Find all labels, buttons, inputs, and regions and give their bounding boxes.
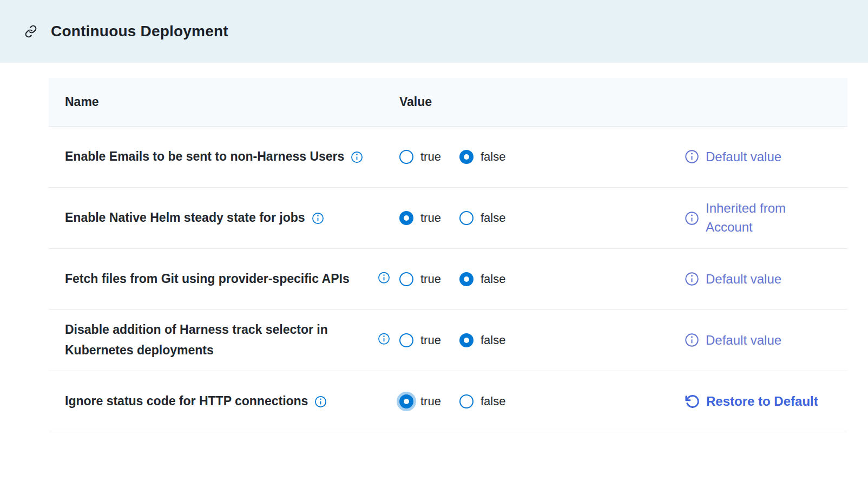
column-header-name: Name — [49, 95, 399, 109]
table-row: Enable Native Helm steady state for jobs… — [49, 188, 847, 249]
info-icon — [685, 211, 699, 226]
radio-option-true[interactable]: true — [399, 150, 441, 164]
status-badge: Default value — [706, 270, 781, 289]
page-title: Continuous Deployment — [51, 23, 228, 40]
column-header-value: Value — [399, 95, 668, 109]
section-header: Continuous Deployment — [0, 0, 868, 63]
radio-false-label: false — [481, 272, 505, 286]
radio-true-label: true — [420, 150, 441, 164]
table-row: Disable addition of Harness track select… — [49, 310, 847, 371]
radio-false-label: false — [481, 394, 505, 408]
status-badge: Default value — [706, 148, 781, 167]
radio-true[interactable] — [399, 272, 413, 286]
settings-page: Continuous Deployment Name Value Enable … — [0, 0, 868, 501]
restore-to-default-button[interactable]: Restore to Default — [668, 392, 847, 411]
info-icon[interactable] — [314, 395, 327, 408]
radio-true-label: true — [420, 272, 441, 286]
radio-false[interactable] — [459, 272, 474, 286]
link-icon[interactable] — [24, 24, 38, 38]
radio-false-label: false — [481, 333, 505, 347]
restore-icon — [685, 394, 700, 409]
info-icon — [685, 272, 699, 286]
radio-false[interactable] — [459, 333, 474, 347]
radio-true-label: true — [420, 211, 441, 225]
restore-label: Restore to Default — [706, 392, 818, 411]
setting-label: Disable addition of Harness track select… — [65, 320, 386, 361]
radio-option-false[interactable]: false — [459, 394, 505, 408]
table-row: Fetch files from Git using provider-spec… — [49, 249, 847, 310]
radio-option-false[interactable]: false — [459, 272, 505, 286]
info-icon — [685, 149, 699, 164]
info-icon[interactable] — [378, 272, 390, 284]
radio-option-true[interactable]: true — [399, 211, 441, 225]
setting-label: Enable Native Helm steady state for jobs — [65, 208, 305, 228]
status-badge: Inherited from Account — [706, 199, 814, 237]
radio-option-true[interactable]: true — [399, 333, 441, 347]
info-icon[interactable] — [312, 212, 324, 225]
radio-true[interactable] — [399, 150, 413, 164]
radio-option-false[interactable]: false — [459, 211, 505, 225]
radio-option-false[interactable]: false — [459, 333, 505, 347]
radio-option-true[interactable]: true — [399, 272, 441, 286]
status-badge: Default value — [706, 331, 781, 350]
radio-option-true[interactable]: true — [399, 394, 441, 408]
info-icon — [685, 333, 699, 347]
table-row: Ignore status code for HTTP connections … — [49, 371, 847, 432]
radio-false[interactable] — [459, 394, 474, 408]
radio-true[interactable] — [399, 394, 413, 408]
setting-label: Fetch files from Git using provider-spec… — [65, 269, 350, 289]
table-row: Enable Emails to be sent to non-Harness … — [49, 127, 847, 188]
radio-false-label: false — [481, 211, 505, 225]
setting-label: Enable Emails to be sent to non-Harness … — [65, 147, 344, 167]
radio-false[interactable] — [459, 150, 474, 164]
radio-false[interactable] — [459, 211, 474, 225]
radio-false-label: false — [481, 150, 505, 164]
radio-option-false[interactable]: false — [459, 150, 505, 164]
info-icon[interactable] — [351, 151, 363, 163]
setting-label: Ignore status code for HTTP connections — [65, 391, 308, 412]
radio-true[interactable] — [399, 211, 413, 225]
radio-true-label: true — [420, 394, 441, 408]
radio-true[interactable] — [399, 333, 413, 347]
settings-table: Name Value Enable Emails to be sent to n… — [49, 78, 847, 432]
info-icon[interactable] — [378, 333, 390, 345]
radio-true-label: true — [420, 333, 441, 347]
table-header-row: Name Value — [49, 78, 847, 127]
